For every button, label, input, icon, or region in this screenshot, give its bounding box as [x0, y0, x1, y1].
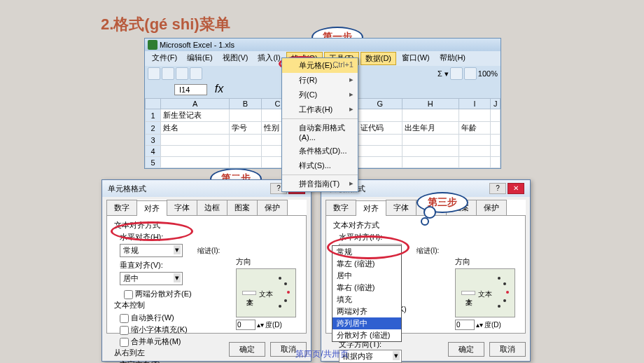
list-item-selected[interactable]: 跨列居中: [332, 317, 401, 329]
orientation-box[interactable]: 文本 文本: [455, 268, 515, 317]
menu-file[interactable]: 文件(F): [148, 52, 181, 65]
close-icon[interactable]: ✕: [507, 183, 524, 194]
menu-item-sheet[interactable]: 工作表(H): [282, 102, 358, 117]
fx-label[interactable]: fx: [215, 83, 223, 95]
name-box[interactable]: I14: [174, 84, 207, 95]
menu-item-column[interactable]: 列(C): [282, 88, 358, 102]
highlight-oval-2: [111, 221, 193, 241]
callout-step-3: 第三步: [416, 192, 468, 213]
tab-font[interactable]: 字体: [167, 200, 197, 215]
tab-alignment[interactable]: 对齐: [356, 200, 386, 216]
format-cells-dialog-1: 单元格格式 ?✕ 数字 对齐 字体 边框 图案 保护 文本对齐方式 水平对齐(H…: [102, 179, 312, 362]
slide-title: 2.格式(gé shi)菜单: [101, 14, 230, 35]
v-align-combo[interactable]: 居中: [120, 272, 183, 285]
h-align-dropdown-list[interactable]: 常规 靠左 (缩进) 居中 靠右 (缩进) 填充 两端对齐 跨列居中 分散对齐 …: [332, 245, 402, 342]
orientation-box[interactable]: 文本 文本: [236, 268, 296, 317]
tool-sort-icon[interactable]: [450, 67, 463, 80]
menu-item-row[interactable]: 行(R): [282, 73, 358, 88]
menu-item-phonetic[interactable]: 拼音指南(T): [282, 177, 358, 191]
menu-item-style[interactable]: 样式(S)...: [282, 158, 358, 173]
zoom-value[interactable]: 100%: [478, 69, 498, 78]
tab-pattern[interactable]: 图案: [227, 200, 258, 215]
tab-number[interactable]: 数字: [106, 200, 137, 215]
tool-new-icon[interactable]: [148, 67, 160, 80]
tab-protect[interactable]: 保护: [476, 200, 507, 215]
wrap-checkbox[interactable]: [120, 314, 129, 323]
list-item[interactable]: 居中: [332, 270, 401, 282]
help-icon[interactable]: ?: [489, 183, 506, 194]
tab-border[interactable]: 边框: [197, 200, 227, 215]
format-dropdown-menu[interactable]: 单元格(E)...Ctrl+1 行(R) 列(C) 工作表(H) 自动套用格式(…: [281, 57, 358, 192]
sigma-icon[interactable]: Σ ▾: [438, 69, 449, 78]
h-align-combo[interactable]: 常规: [120, 244, 183, 257]
highlight-oval-3: [327, 235, 410, 259]
menu-help[interactable]: 帮助(H): [435, 52, 470, 65]
list-item[interactable]: 分散对齐 (缩进): [332, 329, 401, 341]
excel-icon: [148, 40, 158, 50]
menu-edit[interactable]: 编辑(E): [183, 52, 217, 65]
menu-view[interactable]: 视图(V): [218, 52, 253, 65]
indent-label: 缩进(I):: [197, 247, 220, 254]
excel-titlebar: Microsoft Excel - 1.xls: [145, 39, 500, 51]
tool-save-icon[interactable]: [176, 67, 188, 80]
orientation-group: 方向 文本 文本 ▴▾度(D): [236, 256, 296, 330]
menu-data[interactable]: 数据(D): [360, 52, 396, 65]
shrink-checkbox[interactable]: [120, 326, 129, 335]
tab-protect[interactable]: 保护: [257, 200, 288, 215]
dialog-title: 单元格格式: [108, 184, 146, 194]
tool-chart-icon[interactable]: [464, 67, 477, 80]
dialog-tabs[interactable]: 数字 对齐 字体 边框 图案 保护: [106, 200, 307, 216]
menu-item-autoformat[interactable]: 自动套用格式(A)...: [282, 121, 358, 144]
list-item[interactable]: 两端对齐: [332, 306, 401, 317]
list-item[interactable]: 靠右 (缩进): [332, 282, 401, 294]
menu-item-conditional[interactable]: 条件格式(D)...: [282, 144, 358, 158]
page-footer: 第四页/共卅页: [0, 348, 644, 360]
tab-alignment[interactable]: 对齐: [136, 200, 167, 216]
justify-checkbox[interactable]: [124, 290, 133, 299]
tab-number[interactable]: 数字: [326, 200, 356, 215]
merge-checkbox[interactable]: [120, 338, 129, 347]
menu-item-cells[interactable]: 单元格(E)...Ctrl+1: [282, 58, 358, 73]
orientation-group: 方向 文本 文本 ▴▾度(D): [455, 256, 515, 330]
tool-open-icon[interactable]: [162, 67, 174, 80]
tab-font[interactable]: 字体: [386, 200, 416, 215]
indent-label: 缩进(I):: [416, 247, 439, 254]
tool-print-icon[interactable]: [190, 67, 202, 80]
list-item[interactable]: 填充: [332, 294, 401, 306]
menu-window[interactable]: 窗口(W): [398, 52, 434, 65]
dir-label: 文字方向(T):: [120, 360, 162, 363]
degree-input[interactable]: [236, 320, 255, 330]
degree-input[interactable]: [455, 320, 475, 330]
excel-title: Microsoft Excel - 1.xls: [160, 41, 234, 49]
list-item[interactable]: 靠左 (缩进): [332, 258, 401, 270]
